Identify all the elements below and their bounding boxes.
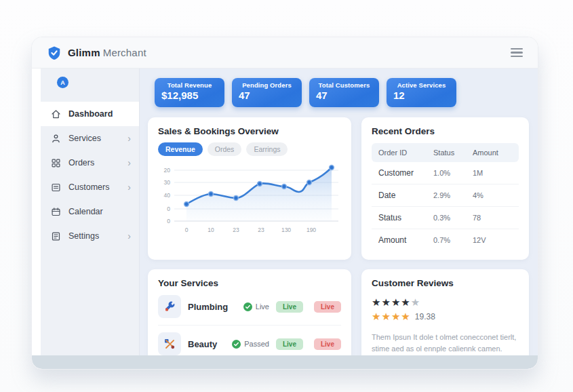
home-icon	[51, 109, 61, 119]
panels-grid: Sales & Bookings Overview Revenue Ordes …	[148, 117, 529, 356]
live-badge-red[interactable]: Live	[314, 301, 341, 313]
amount-cell: 12V	[473, 236, 512, 244]
tab-orders[interactable]: Ordes	[208, 142, 242, 156]
brand-name-bold: Glimm	[68, 47, 100, 58]
stat-label: Total Customers	[316, 81, 372, 89]
service-name: Beauty	[188, 339, 225, 349]
sales-overview-panel: Sales & Bookings Overview Revenue Ordes …	[148, 117, 351, 260]
star-rating-orange: ★★★★ 19.38	[372, 311, 519, 323]
sidebar-item-calendar[interactable]: Calendar	[41, 199, 139, 224]
chart-y-tick-labels: 20 30 40 0 0	[164, 167, 171, 224]
app-title: GlimmMerchant	[68, 47, 146, 58]
status-cell: 0.3%	[433, 214, 473, 222]
svg-text:23: 23	[258, 227, 264, 233]
orders-table-header: Order ID Status Amount	[372, 143, 519, 162]
calendar-icon	[51, 207, 61, 217]
window-body: A Dashboard Services ›	[32, 68, 538, 356]
brand-name-light: Merchant	[103, 47, 146, 58]
svg-text:23: 23	[233, 227, 239, 233]
stat-value: 47	[316, 90, 372, 101]
order-id-cell: Customer	[378, 168, 433, 178]
avatar[interactable]: A	[57, 77, 68, 88]
star-rating-dark: ★★★★★	[372, 296, 519, 309]
stat-label: Pending Orders	[239, 81, 295, 89]
col-amount: Amount	[473, 149, 512, 157]
service-status-label: Live	[256, 302, 269, 311]
check-circle-icon	[232, 340, 241, 349]
service-name: Plumbing	[188, 302, 237, 312]
person-icon	[51, 134, 61, 144]
page-background: GlimmMerchant A Dashboard	[0, 0, 573, 392]
half-star-icon: ★	[411, 296, 420, 308]
sidebar-item-label: Settings	[68, 231, 120, 241]
panel-title: Recent Orders	[372, 126, 519, 136]
order-id-cell: Date	[378, 191, 433, 200]
table-row[interactable]: Amount 0.7% 12V	[372, 229, 519, 251]
panel-title: Your Services	[158, 278, 341, 288]
amount-cell: 1M	[473, 169, 512, 177]
order-id-cell: Status	[378, 213, 433, 222]
sidebar-item-label: Services	[68, 134, 120, 143]
sidebar-item-settings[interactable]: Settings ›	[41, 224, 139, 248]
wrench-icon	[158, 295, 181, 318]
col-order-id: Order ID	[378, 149, 433, 157]
svg-text:30: 30	[164, 179, 171, 186]
amount-cell: 78	[473, 214, 512, 222]
chevron-right-icon: ›	[127, 134, 131, 143]
service-row-beauty[interactable]: Beauty Passed Live Live	[158, 326, 341, 356]
stat-card-pending-orders[interactable]: Pending Orders 47	[232, 78, 302, 107]
live-badge-red[interactable]: Live	[314, 338, 341, 350]
live-badge-green[interactable]: Live	[276, 301, 303, 313]
order-id-cell: Amount	[378, 235, 433, 245]
col-status: Status	[433, 149, 473, 157]
svg-text:0: 0	[167, 205, 170, 212]
tab-revenue[interactable]: Revenue	[158, 142, 203, 156]
scissors-icon	[158, 332, 181, 355]
status-cell: 1.0%	[433, 169, 473, 177]
stat-label: Active Services	[393, 81, 450, 89]
service-status: Passed	[232, 340, 269, 349]
tab-earnings[interactable]: Earrings	[246, 142, 288, 156]
chevron-right-icon: ›	[127, 182, 131, 192]
review-text: Them Ipsun It dole t olmet conecconet ti…	[372, 332, 519, 355]
sidebar-item-label: Orders	[68, 158, 120, 168]
sidebar-item-dashboard[interactable]: Dashboard	[41, 102, 139, 126]
stat-card-total-customers[interactable]: Total Customers 47	[309, 78, 379, 107]
customer-reviews-panel: Customer Reviews ★★★★★ ★★★★ 19.38 Them I…	[361, 269, 529, 356]
stat-value: 12	[393, 90, 450, 101]
svg-text:20: 20	[164, 167, 171, 174]
table-row[interactable]: Customer 1.0% 1M	[372, 162, 519, 184]
stat-card-total-revenue[interactable]: Total Revenue $12,985	[155, 78, 224, 107]
revenue-line-chart[interactable]: 20 30 40 0 0	[158, 160, 341, 241]
stat-label: Total Revenue	[161, 81, 218, 89]
svg-text:0: 0	[185, 227, 189, 233]
rating-value: 19.38	[415, 312, 435, 321]
device-base-bar	[32, 355, 538, 369]
sidebar-item-customers[interactable]: Customers ›	[41, 175, 139, 199]
status-cell: 0.7%	[433, 236, 473, 244]
app-header: GlimmMerchant	[32, 37, 538, 68]
service-row-plumbing[interactable]: Plumbing Live Live Live	[158, 288, 341, 326]
orders-table: Order ID Status Amount Customer 1.0% 1M …	[372, 143, 519, 251]
sidebar-item-label: Dashboard	[68, 109, 131, 119]
svg-text:190: 190	[307, 227, 316, 233]
your-services-panel: Your Services Plumbing	[148, 269, 351, 356]
brand-logo: GlimmMerchant	[47, 45, 146, 60]
shield-check-icon	[47, 45, 62, 60]
table-row[interactable]: Status 0.3% 78	[372, 207, 519, 229]
service-status: Live	[243, 302, 269, 311]
dashboard-window: GlimmMerchant A Dashboard	[31, 37, 538, 370]
service-status-label: Passed	[244, 340, 269, 348]
sidebar-item-services[interactable]: Services ›	[41, 126, 139, 151]
chevron-right-icon: ›	[127, 158, 131, 168]
chart-tabs: Revenue Ordes Earrings	[158, 142, 341, 156]
stat-card-active-services[interactable]: Active Services 12	[387, 78, 456, 107]
live-badge-green[interactable]: Live	[276, 338, 303, 350]
chart-x-tick-labels: 0 10 23 23 130 190	[185, 227, 317, 233]
menu-icon[interactable]	[511, 48, 523, 58]
panel-title: Sales & Bookings Overview	[158, 126, 341, 136]
sidebar-item-orders[interactable]: Orders ›	[41, 151, 139, 175]
list-icon	[51, 182, 61, 193]
table-row[interactable]: Date 2.9% 4%	[372, 184, 519, 207]
sidebar-item-label: Customers	[68, 182, 120, 192]
